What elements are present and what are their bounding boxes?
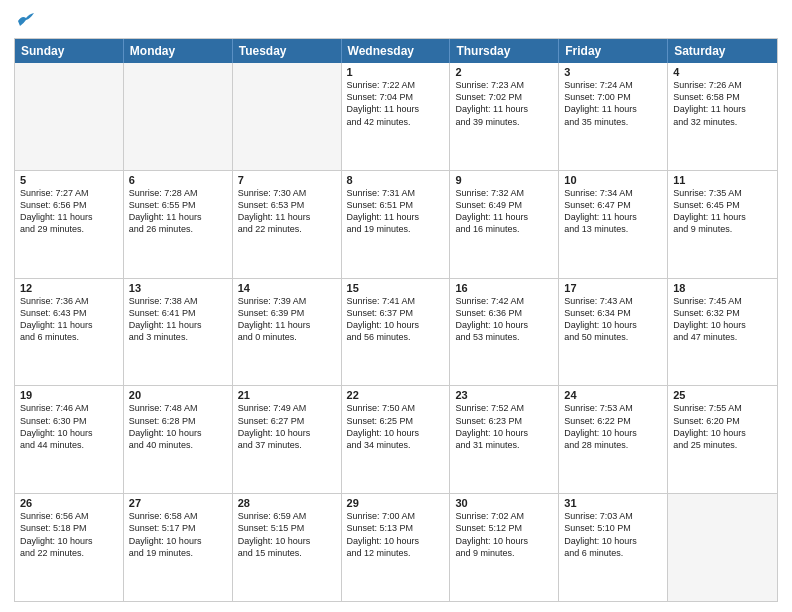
cell-info: Sunrise: 7:39 AM Sunset: 6:39 PM Dayligh…	[238, 295, 336, 344]
header	[14, 10, 778, 30]
cell-info: Sunrise: 7:49 AM Sunset: 6:27 PM Dayligh…	[238, 402, 336, 451]
day-number: 15	[347, 282, 445, 294]
cell-info: Sunrise: 7:03 AM Sunset: 5:10 PM Dayligh…	[564, 510, 662, 559]
calendar-cell: 11Sunrise: 7:35 AM Sunset: 6:45 PM Dayli…	[668, 171, 777, 278]
day-number: 3	[564, 66, 662, 78]
cell-info: Sunrise: 7:53 AM Sunset: 6:22 PM Dayligh…	[564, 402, 662, 451]
cell-info: Sunrise: 7:23 AM Sunset: 7:02 PM Dayligh…	[455, 79, 553, 128]
calendar-cell: 5Sunrise: 7:27 AM Sunset: 6:56 PM Daylig…	[15, 171, 124, 278]
cell-info: Sunrise: 7:34 AM Sunset: 6:47 PM Dayligh…	[564, 187, 662, 236]
calendar-cell: 12Sunrise: 7:36 AM Sunset: 6:43 PM Dayli…	[15, 279, 124, 386]
day-number: 24	[564, 389, 662, 401]
calendar-cell: 14Sunrise: 7:39 AM Sunset: 6:39 PM Dayli…	[233, 279, 342, 386]
cell-info: Sunrise: 7:31 AM Sunset: 6:51 PM Dayligh…	[347, 187, 445, 236]
day-number: 18	[673, 282, 772, 294]
cell-info: Sunrise: 7:41 AM Sunset: 6:37 PM Dayligh…	[347, 295, 445, 344]
cell-info: Sunrise: 7:27 AM Sunset: 6:56 PM Dayligh…	[20, 187, 118, 236]
col-header-saturday: Saturday	[668, 39, 777, 63]
day-number: 13	[129, 282, 227, 294]
calendar-cell: 31Sunrise: 7:03 AM Sunset: 5:10 PM Dayli…	[559, 494, 668, 601]
cell-info: Sunrise: 7:45 AM Sunset: 6:32 PM Dayligh…	[673, 295, 772, 344]
col-header-sunday: Sunday	[15, 39, 124, 63]
day-number: 22	[347, 389, 445, 401]
calendar-cell: 9Sunrise: 7:32 AM Sunset: 6:49 PM Daylig…	[450, 171, 559, 278]
calendar-cell: 15Sunrise: 7:41 AM Sunset: 6:37 PM Dayli…	[342, 279, 451, 386]
col-header-tuesday: Tuesday	[233, 39, 342, 63]
cell-info: Sunrise: 7:50 AM Sunset: 6:25 PM Dayligh…	[347, 402, 445, 451]
cell-info: Sunrise: 6:58 AM Sunset: 5:17 PM Dayligh…	[129, 510, 227, 559]
day-number: 9	[455, 174, 553, 186]
day-number: 12	[20, 282, 118, 294]
day-number: 4	[673, 66, 772, 78]
page: SundayMondayTuesdayWednesdayThursdayFrid…	[0, 0, 792, 612]
col-header-friday: Friday	[559, 39, 668, 63]
calendar-row-5: 26Sunrise: 6:56 AM Sunset: 5:18 PM Dayli…	[15, 493, 777, 601]
day-number: 28	[238, 497, 336, 509]
calendar-cell: 6Sunrise: 7:28 AM Sunset: 6:55 PM Daylig…	[124, 171, 233, 278]
cell-info: Sunrise: 6:56 AM Sunset: 5:18 PM Dayligh…	[20, 510, 118, 559]
cell-info: Sunrise: 7:42 AM Sunset: 6:36 PM Dayligh…	[455, 295, 553, 344]
calendar-cell	[668, 494, 777, 601]
calendar-cell: 28Sunrise: 6:59 AM Sunset: 5:15 PM Dayli…	[233, 494, 342, 601]
calendar-cell: 29Sunrise: 7:00 AM Sunset: 5:13 PM Dayli…	[342, 494, 451, 601]
calendar-row-3: 12Sunrise: 7:36 AM Sunset: 6:43 PM Dayli…	[15, 278, 777, 386]
calendar-cell: 21Sunrise: 7:49 AM Sunset: 6:27 PM Dayli…	[233, 386, 342, 493]
day-number: 7	[238, 174, 336, 186]
cell-info: Sunrise: 7:30 AM Sunset: 6:53 PM Dayligh…	[238, 187, 336, 236]
day-number: 30	[455, 497, 553, 509]
calendar-cell: 24Sunrise: 7:53 AM Sunset: 6:22 PM Dayli…	[559, 386, 668, 493]
day-number: 5	[20, 174, 118, 186]
cell-info: Sunrise: 7:35 AM Sunset: 6:45 PM Dayligh…	[673, 187, 772, 236]
day-number: 25	[673, 389, 772, 401]
day-number: 1	[347, 66, 445, 78]
calendar-cell: 20Sunrise: 7:48 AM Sunset: 6:28 PM Dayli…	[124, 386, 233, 493]
calendar-cell	[233, 63, 342, 170]
day-number: 8	[347, 174, 445, 186]
calendar-header-row: SundayMondayTuesdayWednesdayThursdayFrid…	[15, 39, 777, 63]
calendar-cell: 13Sunrise: 7:38 AM Sunset: 6:41 PM Dayli…	[124, 279, 233, 386]
cell-info: Sunrise: 7:02 AM Sunset: 5:12 PM Dayligh…	[455, 510, 553, 559]
cell-info: Sunrise: 7:24 AM Sunset: 7:00 PM Dayligh…	[564, 79, 662, 128]
calendar-cell: 25Sunrise: 7:55 AM Sunset: 6:20 PM Dayli…	[668, 386, 777, 493]
calendar-cell: 2Sunrise: 7:23 AM Sunset: 7:02 PM Daylig…	[450, 63, 559, 170]
calendar-cell: 4Sunrise: 7:26 AM Sunset: 6:58 PM Daylig…	[668, 63, 777, 170]
calendar-cell: 30Sunrise: 7:02 AM Sunset: 5:12 PM Dayli…	[450, 494, 559, 601]
calendar-cell: 1Sunrise: 7:22 AM Sunset: 7:04 PM Daylig…	[342, 63, 451, 170]
calendar: SundayMondayTuesdayWednesdayThursdayFrid…	[14, 38, 778, 602]
day-number: 10	[564, 174, 662, 186]
cell-info: Sunrise: 7:55 AM Sunset: 6:20 PM Dayligh…	[673, 402, 772, 451]
day-number: 14	[238, 282, 336, 294]
calendar-cell: 18Sunrise: 7:45 AM Sunset: 6:32 PM Dayli…	[668, 279, 777, 386]
day-number: 31	[564, 497, 662, 509]
calendar-body: 1Sunrise: 7:22 AM Sunset: 7:04 PM Daylig…	[15, 63, 777, 601]
logo-bird-icon	[16, 13, 34, 30]
calendar-cell: 3Sunrise: 7:24 AM Sunset: 7:00 PM Daylig…	[559, 63, 668, 170]
calendar-cell: 23Sunrise: 7:52 AM Sunset: 6:23 PM Dayli…	[450, 386, 559, 493]
calendar-cell: 10Sunrise: 7:34 AM Sunset: 6:47 PM Dayli…	[559, 171, 668, 278]
calendar-row-2: 5Sunrise: 7:27 AM Sunset: 6:56 PM Daylig…	[15, 170, 777, 278]
day-number: 29	[347, 497, 445, 509]
calendar-cell	[15, 63, 124, 170]
day-number: 26	[20, 497, 118, 509]
cell-info: Sunrise: 7:43 AM Sunset: 6:34 PM Dayligh…	[564, 295, 662, 344]
day-number: 23	[455, 389, 553, 401]
cell-info: Sunrise: 7:32 AM Sunset: 6:49 PM Dayligh…	[455, 187, 553, 236]
cell-info: Sunrise: 6:59 AM Sunset: 5:15 PM Dayligh…	[238, 510, 336, 559]
day-number: 17	[564, 282, 662, 294]
col-header-wednesday: Wednesday	[342, 39, 451, 63]
cell-info: Sunrise: 7:28 AM Sunset: 6:55 PM Dayligh…	[129, 187, 227, 236]
day-number: 20	[129, 389, 227, 401]
cell-info: Sunrise: 7:26 AM Sunset: 6:58 PM Dayligh…	[673, 79, 772, 128]
day-number: 16	[455, 282, 553, 294]
calendar-row-1: 1Sunrise: 7:22 AM Sunset: 7:04 PM Daylig…	[15, 63, 777, 170]
cell-info: Sunrise: 7:00 AM Sunset: 5:13 PM Dayligh…	[347, 510, 445, 559]
calendar-cell: 26Sunrise: 6:56 AM Sunset: 5:18 PM Dayli…	[15, 494, 124, 601]
calendar-cell: 8Sunrise: 7:31 AM Sunset: 6:51 PM Daylig…	[342, 171, 451, 278]
day-number: 11	[673, 174, 772, 186]
day-number: 27	[129, 497, 227, 509]
calendar-cell: 7Sunrise: 7:30 AM Sunset: 6:53 PM Daylig…	[233, 171, 342, 278]
calendar-row-4: 19Sunrise: 7:46 AM Sunset: 6:30 PM Dayli…	[15, 385, 777, 493]
day-number: 19	[20, 389, 118, 401]
calendar-cell: 27Sunrise: 6:58 AM Sunset: 5:17 PM Dayli…	[124, 494, 233, 601]
cell-info: Sunrise: 7:38 AM Sunset: 6:41 PM Dayligh…	[129, 295, 227, 344]
